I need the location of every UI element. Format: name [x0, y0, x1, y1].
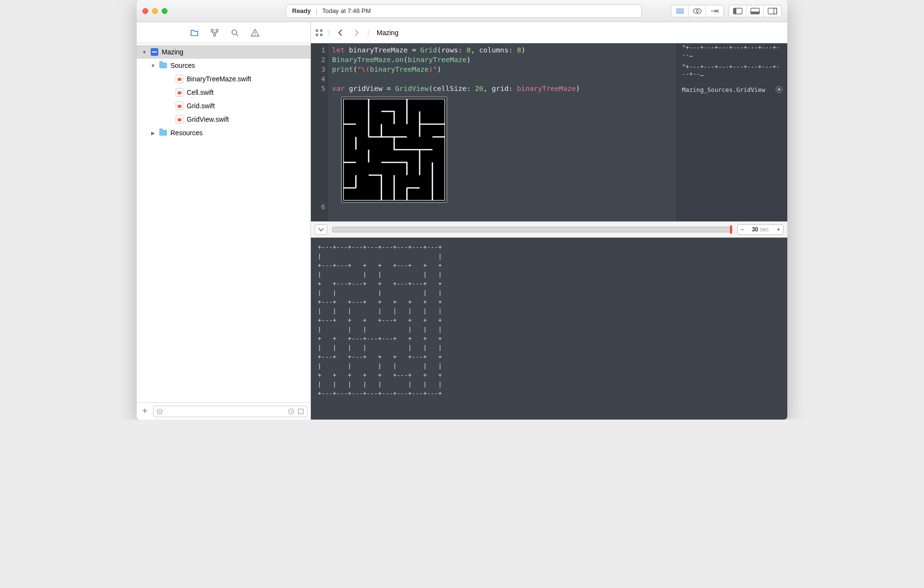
minimize-window-button[interactable]: [152, 8, 158, 14]
line-number: 2: [311, 55, 325, 64]
swift-file-icon: [175, 102, 184, 110]
line-number: 3: [311, 64, 325, 74]
tree-file-label: Grid.swift: [187, 102, 215, 110]
tree-file[interactable]: Cell.swift: [137, 86, 310, 99]
navigator-sidebar: ▼ Mazing ▼ Sources BinaryTreeMaze.swift: [137, 22, 311, 420]
standard-editor-icon: [675, 8, 685, 14]
scope-icon: [156, 408, 163, 415]
stepper-increment[interactable]: +: [777, 226, 780, 233]
tree-group-label: Resources: [170, 129, 203, 137]
svg-rect-13: [214, 34, 216, 36]
issue-navigator-icon[interactable]: [250, 28, 260, 38]
swift-file-icon: [175, 88, 184, 97]
version-editor-button[interactable]: [706, 5, 723, 17]
status-separator: |: [316, 7, 317, 14]
editor-column: | | Mazing 1 2: [311, 22, 787, 420]
svg-rect-25: [320, 34, 322, 36]
svg-rect-6: [733, 8, 736, 14]
tree-file-label: BinaryTreeMaze.swift: [187, 75, 251, 83]
playground-icon: [150, 48, 159, 56]
tree-file[interactable]: Grid.swift: [137, 99, 310, 113]
svg-rect-8: [751, 12, 759, 14]
status-label: Ready: [292, 7, 311, 14]
find-navigator-icon[interactable]: [230, 28, 240, 38]
tree-root-label: Mazing: [162, 48, 183, 56]
svg-rect-24: [316, 34, 318, 36]
svg-point-19: [159, 410, 160, 412]
stepper-decrement[interactable]: –: [741, 226, 744, 233]
nav-back-button[interactable]: [334, 27, 346, 38]
tree-file[interactable]: GridView.swift: [137, 113, 310, 126]
main-split: ▼ Mazing ▼ Sources BinaryTreeMaze.swift: [137, 22, 787, 420]
quicklook-icon[interactable]: [776, 86, 783, 93]
chevron-down-icon: [318, 227, 324, 232]
activity-viewer[interactable]: Ready | Today at 7:48 PM: [286, 4, 642, 18]
right-panel-icon: [768, 8, 777, 14]
toggle-navigator-button[interactable]: [729, 5, 746, 17]
panel-visibility-segmented: [729, 5, 782, 17]
project-tree[interactable]: ▼ Mazing ▼ Sources BinaryTreeMaze.swift: [137, 43, 310, 402]
titlebar: Ready | Today at 7:48 PM: [137, 0, 787, 22]
timeline-disclosure-button[interactable]: [315, 224, 327, 235]
nav-forward-button[interactable]: [351, 27, 362, 38]
related-items-icon[interactable]: [315, 28, 323, 37]
scm-filter-icon[interactable]: [297, 408, 304, 415]
svg-rect-23: [320, 29, 322, 32]
project-navigator-icon[interactable]: [190, 28, 199, 38]
xcode-window: Ready | Today at 7:48 PM: [137, 0, 787, 420]
window-traffic-lights: [142, 8, 167, 14]
assistant-editor-icon: [693, 7, 702, 15]
tree-file[interactable]: BinaryTreeMaze.swift: [137, 72, 310, 86]
navigator-selector-bar: [137, 22, 310, 43]
svg-rect-9: [768, 8, 777, 14]
chevron-right-icon: [354, 29, 359, 37]
tree-group-sources[interactable]: ▼ Sources: [137, 59, 310, 72]
version-editor-icon: [709, 8, 720, 14]
editor-mode-segmented: [671, 5, 724, 17]
editor-split: 1 2 3 4 5 6 let binaryTreeMaze = Grid(ro…: [311, 43, 787, 420]
svg-point-17: [255, 34, 256, 35]
line-number: 1: [311, 45, 325, 55]
left-panel-icon: [733, 8, 743, 14]
tree-root-mazing[interactable]: ▼ Mazing: [137, 45, 310, 59]
line-number: 5: [311, 84, 325, 93]
result-row[interactable]: Mazing_Sources.GridView: [682, 85, 783, 94]
add-button[interactable]: +: [140, 406, 150, 416]
assistant-editor-button[interactable]: [689, 5, 706, 17]
standard-editor-button[interactable]: [671, 5, 689, 17]
breadcrumb[interactable]: Mazing: [374, 29, 398, 37]
result-row[interactable]: "+---+---+---+---+---+---+---+--…: [682, 65, 783, 75]
tree-group-resources[interactable]: ▶ Resources: [137, 126, 310, 140]
debug-console[interactable]: +---+---+---+---+---+---+---+---+ | | +-…: [311, 238, 787, 420]
filter-field[interactable]: [153, 406, 308, 417]
zoom-window-button[interactable]: [162, 8, 167, 14]
code-editor[interactable]: 1 2 3 4 5 6 let binaryTreeMaze = Grid(ro…: [311, 43, 787, 221]
result-text: Mazing_Sources.GridView: [682, 86, 765, 93]
line-number: 4: [311, 74, 325, 84]
timeline-playhead[interactable]: [730, 225, 732, 234]
line-number: 6: [311, 202, 325, 212]
result-row[interactable]: "+---+---+---+---+---+---+---…: [682, 46, 783, 56]
toggle-utilities-button[interactable]: [764, 5, 781, 17]
status-time: Today at 7:48 PM: [322, 7, 371, 14]
recent-icon[interactable]: [288, 408, 295, 415]
symbol-navigator-icon[interactable]: [210, 28, 219, 38]
disclosure-triangle-icon[interactable]: ▶: [150, 130, 156, 136]
toolbar-right-controls: [671, 5, 782, 17]
inline-result-gridview[interactable]: [341, 96, 448, 203]
results-sidebar: "+---+---+---+---+---+---+---… "+---+---…: [677, 43, 787, 221]
duration-stepper[interactable]: – 30 sec +: [737, 224, 783, 235]
svg-rect-10: [774, 8, 777, 14]
timeline-slider[interactable]: [332, 227, 732, 232]
result-text: "+---+---+---+---+---+---+---+--…: [682, 63, 783, 77]
svg-rect-21: [298, 409, 303, 414]
toggle-debug-area-button[interactable]: [746, 5, 764, 17]
disclosure-triangle-icon[interactable]: ▼: [141, 50, 147, 55]
chevron-left-icon: [337, 29, 343, 37]
tree-file-label: GridView.swift: [187, 115, 229, 123]
disclosure-triangle-icon[interactable]: ▼: [150, 63, 156, 68]
breadcrumb-label: Mazing: [377, 29, 398, 37]
jump-bar: | | Mazing: [311, 22, 787, 43]
duration-value: 30: [752, 226, 758, 233]
close-window-button[interactable]: [142, 8, 148, 14]
